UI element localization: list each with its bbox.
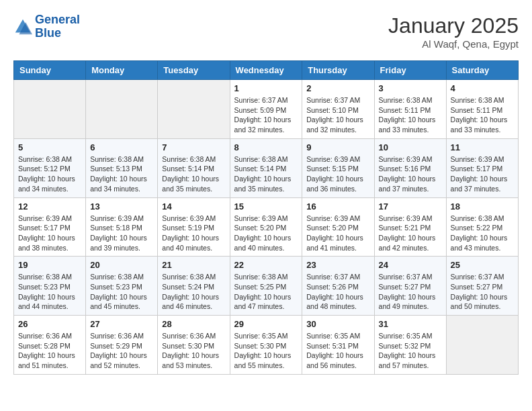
- calendar-cell: 30Sunrise: 6:35 AM Sunset: 5:31 PM Dayli…: [302, 316, 374, 375]
- day-number: 17: [379, 201, 442, 212]
- calendar-cell: 15Sunrise: 6:39 AM Sunset: 5:20 PM Dayli…: [230, 197, 302, 257]
- calendar-cell: 7Sunrise: 6:38 AM Sunset: 5:14 PM Daylig…: [158, 138, 230, 197]
- day-number: 3: [379, 83, 442, 93]
- calendar-cell: 1Sunrise: 6:37 AM Sunset: 5:09 PM Daylig…: [230, 80, 302, 139]
- day-info: Sunrise: 6:37 AM Sunset: 5:26 PM Dayligh…: [306, 272, 369, 312]
- weekday-header-thursday: Thursday: [302, 61, 374, 80]
- day-info: Sunrise: 6:36 AM Sunset: 5:30 PM Dayligh…: [162, 331, 225, 371]
- calendar-cell: 26Sunrise: 6:36 AM Sunset: 5:28 PM Dayli…: [14, 316, 86, 375]
- day-number: 29: [234, 319, 298, 329]
- calendar-cell: [158, 80, 230, 139]
- location: Al Waqf, Qena, Egypt: [388, 38, 519, 50]
- day-number: 8: [234, 142, 298, 152]
- calendar-cell: 13Sunrise: 6:39 AM Sunset: 5:18 PM Dayli…: [86, 197, 158, 257]
- calendar-cell: 12Sunrise: 6:39 AM Sunset: 5:17 PM Dayli…: [14, 197, 86, 257]
- day-number: 19: [18, 260, 81, 270]
- day-number: 11: [451, 142, 514, 152]
- calendar-cell: 23Sunrise: 6:37 AM Sunset: 5:26 PM Dayli…: [302, 257, 374, 316]
- weekday-header-friday: Friday: [374, 61, 446, 80]
- calendar-cell: 9Sunrise: 6:39 AM Sunset: 5:15 PM Daylig…: [302, 138, 374, 197]
- calendar-cell: 19Sunrise: 6:38 AM Sunset: 5:23 PM Dayli…: [14, 257, 86, 316]
- day-number: 20: [90, 260, 153, 270]
- calendar-week-row: 12Sunrise: 6:39 AM Sunset: 5:17 PM Dayli…: [14, 197, 519, 257]
- day-number: 28: [162, 319, 225, 329]
- day-info: Sunrise: 6:39 AM Sunset: 5:19 PM Dayligh…: [162, 214, 225, 253]
- day-info: Sunrise: 6:38 AM Sunset: 5:11 PM Dayligh…: [451, 95, 514, 135]
- calendar-cell: 17Sunrise: 6:39 AM Sunset: 5:21 PM Dayli…: [374, 197, 446, 257]
- day-number: 12: [18, 201, 81, 212]
- day-info: Sunrise: 6:38 AM Sunset: 5:25 PM Dayligh…: [234, 272, 298, 312]
- calendar-cell: 5Sunrise: 6:38 AM Sunset: 5:12 PM Daylig…: [14, 138, 86, 197]
- day-info: Sunrise: 6:39 AM Sunset: 5:15 PM Dayligh…: [306, 154, 369, 194]
- calendar-week-row: 5Sunrise: 6:38 AM Sunset: 5:12 PM Daylig…: [14, 138, 519, 197]
- day-info: Sunrise: 6:38 AM Sunset: 5:14 PM Dayligh…: [162, 154, 225, 194]
- calendar-week-row: 26Sunrise: 6:36 AM Sunset: 5:28 PM Dayli…: [14, 316, 519, 375]
- calendar-cell: 25Sunrise: 6:37 AM Sunset: 5:27 PM Dayli…: [446, 257, 518, 316]
- day-number: 30: [306, 319, 369, 329]
- calendar-cell: 2Sunrise: 6:37 AM Sunset: 5:10 PM Daylig…: [302, 80, 374, 139]
- calendar-cell: 6Sunrise: 6:38 AM Sunset: 5:13 PM Daylig…: [86, 138, 158, 197]
- calendar-table: SundayMondayTuesdayWednesdayThursdayFrid…: [13, 60, 519, 375]
- weekday-header-row: SundayMondayTuesdayWednesdayThursdayFrid…: [14, 61, 519, 80]
- calendar-week-row: 1Sunrise: 6:37 AM Sunset: 5:09 PM Daylig…: [14, 80, 519, 139]
- calendar-cell: 14Sunrise: 6:39 AM Sunset: 5:19 PM Dayli…: [158, 197, 230, 257]
- day-info: Sunrise: 6:38 AM Sunset: 5:23 PM Dayligh…: [18, 272, 81, 312]
- day-number: 25: [451, 260, 514, 270]
- day-info: Sunrise: 6:35 AM Sunset: 5:32 PM Dayligh…: [379, 331, 442, 371]
- calendar-cell: 11Sunrise: 6:39 AM Sunset: 5:17 PM Dayli…: [446, 138, 518, 197]
- day-info: Sunrise: 6:37 AM Sunset: 5:27 PM Dayligh…: [379, 272, 442, 312]
- day-info: Sunrise: 6:39 AM Sunset: 5:21 PM Dayligh…: [379, 214, 442, 253]
- day-info: Sunrise: 6:38 AM Sunset: 5:22 PM Dayligh…: [451, 214, 514, 253]
- day-number: 22: [234, 260, 298, 270]
- day-info: Sunrise: 6:38 AM Sunset: 5:14 PM Dayligh…: [234, 154, 298, 194]
- page-header: General Blue January 2025 Al Waqf, Qena,…: [13, 13, 519, 50]
- day-info: Sunrise: 6:37 AM Sunset: 5:10 PM Dayligh…: [306, 95, 369, 135]
- day-info: Sunrise: 6:39 AM Sunset: 5:20 PM Dayligh…: [234, 214, 298, 253]
- day-number: 2: [306, 83, 369, 93]
- day-info: Sunrise: 6:36 AM Sunset: 5:28 PM Dayligh…: [18, 331, 81, 371]
- day-number: 4: [451, 83, 514, 93]
- day-info: Sunrise: 6:39 AM Sunset: 5:20 PM Dayligh…: [306, 214, 369, 253]
- logo: General Blue: [13, 13, 80, 40]
- day-number: 26: [18, 319, 81, 329]
- calendar-cell: 21Sunrise: 6:38 AM Sunset: 5:24 PM Dayli…: [158, 257, 230, 316]
- logo-icon: [13, 17, 32, 36]
- calendar-cell: 3Sunrise: 6:38 AM Sunset: 5:11 PM Daylig…: [374, 80, 446, 139]
- weekday-header-saturday: Saturday: [446, 61, 518, 80]
- calendar-cell: 24Sunrise: 6:37 AM Sunset: 5:27 PM Dayli…: [374, 257, 446, 316]
- calendar-cell: [446, 316, 518, 375]
- day-number: 13: [90, 201, 153, 212]
- calendar-cell: 10Sunrise: 6:39 AM Sunset: 5:16 PM Dayli…: [374, 138, 446, 197]
- calendar-cell: 8Sunrise: 6:38 AM Sunset: 5:14 PM Daylig…: [230, 138, 302, 197]
- calendar-cell: 20Sunrise: 6:38 AM Sunset: 5:23 PM Dayli…: [86, 257, 158, 316]
- day-info: Sunrise: 6:39 AM Sunset: 5:17 PM Dayligh…: [18, 214, 81, 253]
- day-info: Sunrise: 6:38 AM Sunset: 5:24 PM Dayligh…: [162, 272, 225, 312]
- title-block: January 2025 Al Waqf, Qena, Egypt: [388, 13, 519, 50]
- calendar-cell: 22Sunrise: 6:38 AM Sunset: 5:25 PM Dayli…: [230, 257, 302, 316]
- day-info: Sunrise: 6:35 AM Sunset: 5:30 PM Dayligh…: [234, 331, 298, 371]
- day-number: 16: [306, 201, 369, 212]
- calendar-cell: 29Sunrise: 6:35 AM Sunset: 5:30 PM Dayli…: [230, 316, 302, 375]
- day-info: Sunrise: 6:38 AM Sunset: 5:12 PM Dayligh…: [18, 154, 81, 194]
- calendar-cell: 28Sunrise: 6:36 AM Sunset: 5:30 PM Dayli…: [158, 316, 230, 375]
- day-info: Sunrise: 6:36 AM Sunset: 5:29 PM Dayligh…: [90, 331, 153, 371]
- day-number: 31: [379, 319, 442, 329]
- day-info: Sunrise: 6:37 AM Sunset: 5:09 PM Dayligh…: [234, 95, 298, 135]
- day-number: 15: [234, 201, 298, 212]
- day-info: Sunrise: 6:39 AM Sunset: 5:16 PM Dayligh…: [379, 154, 442, 194]
- calendar-cell: 16Sunrise: 6:39 AM Sunset: 5:20 PM Dayli…: [302, 197, 374, 257]
- day-number: 23: [306, 260, 369, 270]
- day-number: 5: [18, 142, 81, 152]
- weekday-header-monday: Monday: [86, 61, 158, 80]
- weekday-header-sunday: Sunday: [14, 61, 86, 80]
- day-number: 14: [162, 201, 225, 212]
- weekday-header-tuesday: Tuesday: [158, 61, 230, 80]
- calendar-cell: 31Sunrise: 6:35 AM Sunset: 5:32 PM Dayli…: [374, 316, 446, 375]
- day-info: Sunrise: 6:38 AM Sunset: 5:13 PM Dayligh…: [90, 154, 153, 194]
- day-number: 1: [234, 83, 298, 93]
- day-number: 7: [162, 142, 225, 152]
- day-number: 6: [90, 142, 153, 152]
- weekday-header-wednesday: Wednesday: [230, 61, 302, 80]
- day-number: 21: [162, 260, 225, 270]
- day-number: 24: [379, 260, 442, 270]
